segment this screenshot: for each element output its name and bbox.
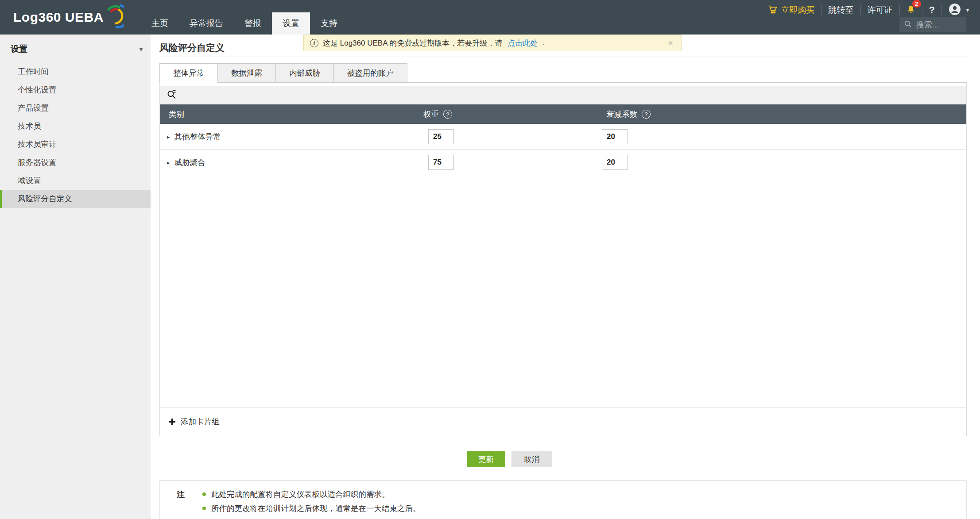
license-banner: i 这是 Log360 UEBA 的免费或过期版本，若要升级，请 点击此处 . … [303, 35, 682, 51]
settings-sidebar: 设置 ▾ 工作时间 个性化设置 产品设置 技术员 技术员审计 服务器设置 域设置… [0, 35, 151, 519]
sidebar-item-product-settings[interactable]: 产品设置 [0, 99, 151, 117]
user-avatar-icon [949, 3, 961, 18]
app-logo[interactable]: Log360 UEBA [13, 0, 124, 35]
nav-item-support[interactable]: 支持 [310, 12, 348, 35]
column-header-category: 类别 [169, 104, 184, 124]
table-empty-space [160, 175, 966, 407]
category-tabs: 整体异常 数据泄露 内部威胁 被盗用的账户 [159, 63, 967, 83]
note-box: 注 此处完成的配置将自定义仪表板以适合组织的需求。 所作的更改将在培训计划之后体… [159, 481, 967, 519]
tab-data-leakage[interactable]: 数据泄露 [217, 63, 276, 83]
bell-icon: 2 [906, 4, 915, 16]
form-actions: 更新 取消 [159, 451, 859, 467]
table-row: ▸ 威胁聚合 [160, 150, 966, 175]
nav-item-alerts[interactable]: 警报 [234, 12, 272, 35]
user-menu-button[interactable]: ▾ [942, 3, 976, 18]
sidebar-item-working-hours[interactable]: 工作时间 [0, 63, 151, 81]
nav-item-settings[interactable]: 设置 [272, 12, 310, 35]
sidebar-item-technician-audit[interactable]: 技术员审计 [0, 135, 151, 154]
column-header-weight: 权重 ? [423, 104, 452, 124]
banner-text: 这是 Log360 UEBA 的免费或过期版本，若要升级，请 [323, 38, 502, 48]
plus-icon [169, 419, 175, 425]
tab-compromised-account[interactable]: 被盗用的账户 [333, 63, 407, 83]
column-header-decay: 衰减系数 ? [606, 104, 651, 124]
add-card-group-button[interactable]: 添加卡片组 [160, 407, 966, 436]
tab-overall-anomaly[interactable]: 整体异常 [159, 63, 218, 83]
chevron-down-icon: ▾ [966, 7, 969, 13]
decay-label: 衰减系数 [606, 109, 637, 119]
note-text: 所作的更改将在培训计划之后体现，通常是在一天结束之后。 [211, 503, 421, 514]
jump-to-button[interactable]: 跳转至 [822, 4, 860, 16]
notification-badge: 2 [912, 0, 921, 8]
note-item: 此处完成的配置将自定义仪表板以适合组织的需求。 [202, 488, 421, 500]
page-header: 风险评分自定义 i 这是 Log360 UEBA 的免费或过期版本，若要升级，请… [159, 35, 967, 63]
weight-input[interactable] [428, 155, 454, 170]
note-title: 注 [177, 488, 185, 514]
note-text: 此处完成的配置将自定义仪表板以适合组织的需求。 [211, 488, 390, 500]
nav-item-anomaly-reports[interactable]: 异常报告 [179, 12, 234, 35]
row-category: ▸ 威胁聚合 [167, 150, 205, 175]
main-nav: 主页 异常报告 警报 设置 支持 [141, 12, 348, 35]
weight-help-icon[interactable]: ? [443, 110, 452, 119]
bullet-icon [202, 507, 206, 510]
banner-suffix: . [542, 38, 544, 47]
logo-swirl-icon [105, 4, 124, 31]
risk-score-panel: 类别 权重 ? 衰减系数 ? ▸ 其他整体异常 [159, 83, 967, 436]
search-input[interactable] [915, 20, 961, 30]
cancel-button[interactable]: 取消 [511, 451, 552, 467]
decay-input[interactable] [602, 155, 628, 170]
page-title: 风险评分自定义 [159, 42, 225, 54]
bullet-icon [202, 492, 206, 496]
chevron-down-icon[interactable]: ▾ [139, 46, 143, 53]
buy-now-label: 立即购买 [781, 4, 815, 16]
help-icon: ? [929, 4, 935, 16]
row-category-label: 威胁聚合 [174, 157, 205, 168]
notifications-button[interactable]: 2 [900, 4, 922, 16]
close-icon[interactable]: × [666, 38, 675, 48]
note-list: 此处完成的配置将自定义仪表板以适合组织的需求。 所作的更改将在培训计划之后体现，… [202, 488, 421, 514]
top-bar: Log360 UEBA 主页 异常报告 警报 设置 支持 立 [0, 0, 980, 35]
row-category: ▸ 其他整体异常 [167, 124, 221, 150]
column-search-icon[interactable] [167, 89, 177, 101]
decay-input[interactable] [602, 129, 628, 144]
table-row: ▸ 其他整体异常 [160, 124, 966, 150]
sidebar-item-personalization[interactable]: 个性化设置 [0, 81, 151, 99]
decay-help-icon[interactable]: ? [642, 110, 651, 119]
sidebar-item-server-settings[interactable]: 服务器设置 [0, 154, 151, 172]
search-icon [904, 20, 912, 30]
expand-caret-icon[interactable]: ▸ [167, 159, 170, 166]
note-item: 所作的更改将在培训计划之后体现，通常是在一天结束之后。 [202, 503, 421, 514]
sidebar-item-technicians[interactable]: 技术员 [0, 117, 151, 135]
sidebar-item-risk-score-customization[interactable]: 风险评分自定义 [0, 190, 151, 208]
banner-upgrade-link[interactable]: 点击此处 [507, 38, 538, 48]
row-category-label: 其他整体异常 [174, 131, 221, 142]
buy-now-button[interactable]: 立即购买 [761, 4, 821, 16]
table-header: 类别 权重 ? 衰减系数 ? [160, 104, 966, 124]
main-content: 风险评分自定义 i 这是 Log360 UEBA 的免费或过期版本，若要升级，请… [151, 35, 980, 519]
help-button[interactable]: ? [922, 4, 941, 16]
page-body: 设置 ▾ 工作时间 个性化设置 产品设置 技术员 技术员审计 服务器设置 域设置… [0, 35, 980, 519]
table-toolbar [160, 86, 966, 104]
sidebar-title: 设置 [11, 43, 27, 55]
license-button[interactable]: 许可证 [861, 4, 899, 16]
weight-label: 权重 [423, 109, 439, 119]
app-logo-text: Log360 UEBA [13, 10, 104, 25]
nav-item-home[interactable]: 主页 [141, 12, 179, 35]
info-icon: i [310, 39, 318, 47]
sidebar-header: 设置 ▾ [0, 35, 151, 63]
weight-input[interactable] [428, 129, 454, 144]
expand-caret-icon[interactable]: ▸ [167, 134, 170, 140]
update-button[interactable]: 更新 [467, 451, 505, 467]
global-search[interactable] [899, 17, 966, 32]
sidebar-item-domain-settings[interactable]: 域设置 [0, 172, 151, 190]
tab-insider-threat[interactable]: 内部威胁 [275, 63, 334, 83]
add-card-group-label: 添加卡片组 [181, 416, 220, 427]
header-divider [159, 57, 967, 57]
cart-icon [768, 4, 778, 16]
